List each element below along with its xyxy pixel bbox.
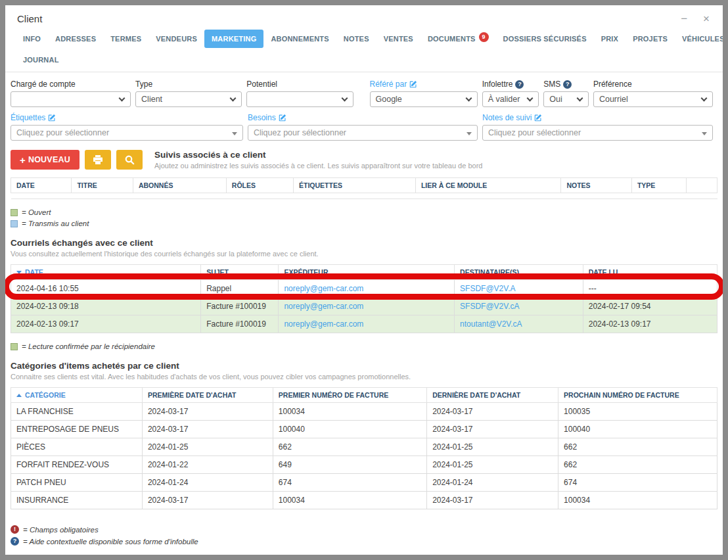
besoins-label[interactable]: Besoins xyxy=(248,113,478,122)
client-window: Client − × INFO ADRESSES TERMES VENDEURS… xyxy=(5,5,723,555)
category-name: FORFAIT RENDEZ-VOUS xyxy=(11,456,143,474)
category-row: FORFAIT RENDEZ-VOUS 2024-01-22 649 2024-… xyxy=(11,456,717,474)
infolettre-label: Infolettre ? xyxy=(482,80,539,89)
suivis-col-etiquettes[interactable]: ÉTIQUETTES xyxy=(293,178,415,193)
potentiel-select[interactable] xyxy=(246,91,353,107)
suivis-col-date[interactable]: DATE xyxy=(11,178,72,193)
suivis-col-type[interactable]: TYPE xyxy=(631,178,686,193)
email-row[interactable]: 2024-02-13 09:17 Facture #100019 noreply… xyxy=(11,315,717,333)
tab-termes[interactable]: TERMES xyxy=(103,30,148,48)
green-swatch xyxy=(11,209,18,216)
minimize-button[interactable]: − xyxy=(681,13,687,24)
email-row[interactable]: 2024-04-16 10:55 Rappel noreply@gem-car.… xyxy=(11,280,717,298)
categories-subtitle: Connaitre ses clients est vital. Avec le… xyxy=(11,373,717,381)
tab-notes[interactable]: NOTES xyxy=(336,30,376,48)
email-row[interactable]: 2024-02-13 09:18 Facture #100019 noreply… xyxy=(11,298,717,315)
suivis-col-abonnes[interactable]: ABONNÉS xyxy=(133,178,226,193)
chevron-down-icon xyxy=(119,95,125,102)
help-icon[interactable]: ? xyxy=(563,80,572,89)
last-purchase-date: 2024-01-24 xyxy=(427,474,558,492)
tab-documents[interactable]: DOCUMENTS9 xyxy=(421,30,496,48)
infolettre-select[interactable]: À valider xyxy=(482,91,539,107)
category-name: INSURRANCE xyxy=(11,492,143,509)
refere-par-select[interactable]: Google xyxy=(370,91,478,107)
tab-abonnements[interactable]: ABONNEMENTS xyxy=(263,30,336,48)
notes-de-suivi-placeholder: Cliquez pour sélectionner xyxy=(488,128,581,137)
notes-de-suivi-label[interactable]: Notes de suivi xyxy=(482,113,713,122)
categories-col-derniere-date[interactable]: DERNIÈRE DATE D'ACHAT xyxy=(427,388,558,403)
etiquettes-label[interactable]: Étiquettes xyxy=(11,113,243,122)
chevron-down-icon xyxy=(701,95,708,102)
categories-title: Catégories d'items achetés par ce client xyxy=(11,361,717,371)
category-name: PIÈCES xyxy=(11,438,143,456)
tab-info[interactable]: INFO xyxy=(16,30,48,48)
tab-documents-label: DOCUMENTS xyxy=(428,35,476,43)
email-to-link[interactable]: ntoutant@V2V.cA xyxy=(455,315,583,333)
first-invoice-number: 674 xyxy=(273,474,426,492)
besoins-input[interactable]: Cliquez pour sélectionner xyxy=(248,125,478,141)
first-invoice-number: 100034 xyxy=(273,403,426,421)
suivis-col-titre[interactable]: TITRE xyxy=(72,178,133,193)
first-purchase-date: 2024-01-24 xyxy=(142,474,273,492)
email-date: 2024-02-13 09:17 xyxy=(11,315,201,333)
email-sujet: Facture #100019 xyxy=(201,315,279,333)
legend-transmis: = Transmis au client xyxy=(11,220,717,227)
tab-ventes[interactable]: VENTES xyxy=(376,30,421,48)
email-to-link[interactable]: SFSDF@V2V.A xyxy=(455,280,583,298)
sms-label: SMS ? xyxy=(543,80,589,89)
categories-col-premiere-date[interactable]: PREMIÈRE DATE D'ACHAT xyxy=(142,388,273,403)
tab-adresses[interactable]: ADRESSES xyxy=(48,30,103,48)
chevron-down-icon xyxy=(230,95,237,102)
legend-ouvert: = Ouvert xyxy=(11,208,717,216)
green-swatch xyxy=(11,343,18,350)
email-from-link[interactable]: noreply@gem-car.com xyxy=(279,298,455,315)
suivis-col-roles[interactable]: RÔLES xyxy=(226,178,293,193)
tab-vendeurs[interactable]: VENDEURS xyxy=(148,30,204,48)
emails-col-sujet[interactable]: SUJET xyxy=(201,265,279,280)
email-date: 2024-02-13 09:18 xyxy=(11,298,201,315)
emails-col-expediteur[interactable]: EXPÉDITEUR xyxy=(279,265,455,280)
tab-marketing[interactable]: MARKETING xyxy=(204,30,263,48)
next-invoice-number: 100035 xyxy=(558,403,717,421)
notes-de-suivi-input[interactable]: Cliquez pour sélectionner xyxy=(482,125,713,141)
email-from-link[interactable]: noreply@gem-car.com xyxy=(279,315,455,333)
next-invoice-number: 662 xyxy=(558,456,717,474)
categories-col-premier-numero[interactable]: PREMIER NUMÉRO DE FACTURE xyxy=(273,388,426,403)
tab-bar: INFO ADRESSES TERMES VENDEURS MARKETING … xyxy=(5,24,723,69)
categories-col-categorie[interactable]: CATÉGORIE xyxy=(11,388,143,403)
etiquettes-input[interactable]: Cliquez pour sélectionner xyxy=(11,125,243,141)
emails-col-date[interactable]: DATE xyxy=(11,265,201,280)
sort-desc-icon xyxy=(16,271,22,274)
tab-prix[interactable]: PRIX xyxy=(594,30,626,48)
tab-journal[interactable]: JOURNAL xyxy=(16,51,66,69)
search-button[interactable] xyxy=(116,150,143,170)
categories-col-prochain-numero[interactable]: PROCHAIN NUMÉRO DE FACTURE xyxy=(558,388,717,403)
type-select[interactable]: Client xyxy=(135,91,242,107)
blue-swatch xyxy=(11,220,18,227)
first-purchase-date: 2024-03-17 xyxy=(142,403,273,421)
close-icon[interactable]: × xyxy=(703,13,710,24)
new-suivi-button[interactable]: + NOUVEAU xyxy=(11,150,80,170)
etiquettes-placeholder: Cliquez pour sélectionner xyxy=(16,128,109,137)
emails-col-date-lu[interactable]: DATE LU xyxy=(583,265,717,280)
emails-col-destinataire[interactable]: DESTINATAIRE(S) xyxy=(455,265,583,280)
type-label: Type xyxy=(135,80,242,89)
category-name: ENTREPOSAGE DE PNEUS xyxy=(11,421,143,438)
refere-par-label[interactable]: Référé par xyxy=(370,80,478,89)
sms-select[interactable]: Oui xyxy=(543,91,589,107)
print-button[interactable] xyxy=(85,150,111,170)
help-icon[interactable]: ? xyxy=(515,80,524,89)
charge-de-compte-select[interactable] xyxy=(11,91,131,107)
email-to-link[interactable]: SFSDF@V2V.cA xyxy=(455,298,583,315)
tab-dossiers-securises[interactable]: DOSSIERS SÉCURISÉS xyxy=(496,30,594,48)
printer-icon xyxy=(93,154,103,165)
sms-value: Oui xyxy=(549,95,562,104)
preference-select[interactable]: Courriel xyxy=(593,91,713,107)
tab-projets[interactable]: PROJETS xyxy=(626,30,675,48)
chevron-down-icon xyxy=(341,95,348,102)
tab-vehicules[interactable]: VÉHICULES xyxy=(675,30,723,48)
suivis-col-lier[interactable]: LIER À CE MODULE xyxy=(415,178,560,193)
charge-de-compte-label: Chargé de compte xyxy=(11,80,131,89)
suivis-col-notes[interactable]: NOTES xyxy=(561,178,632,193)
email-from-link[interactable]: noreply@gem-car.com xyxy=(279,280,455,298)
